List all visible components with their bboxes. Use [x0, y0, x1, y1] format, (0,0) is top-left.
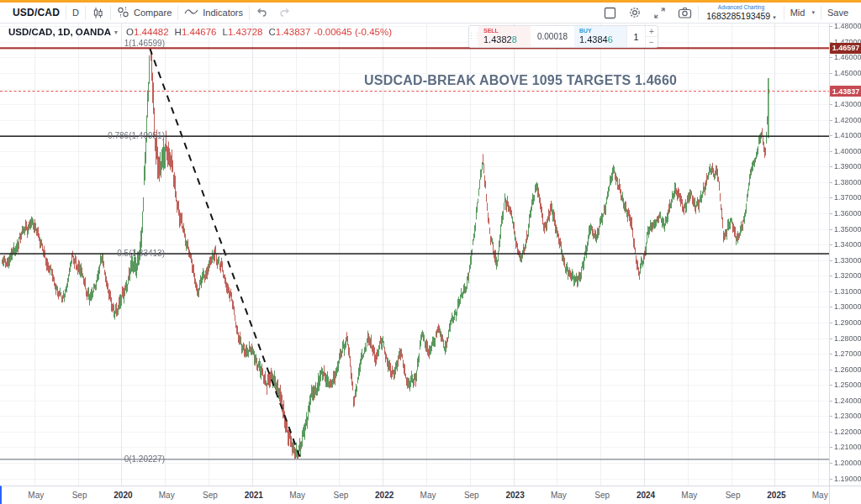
price-axis-tick: 1.43000 — [834, 100, 861, 108]
fullscreen-icon — [653, 7, 666, 19]
price-axis-tick: 1.28000 — [834, 334, 861, 343]
candlestick-icon — [92, 7, 104, 19]
chevron-down-icon: ▾ — [811, 9, 815, 16]
layout-button[interactable] — [598, 3, 622, 23]
time-axis-tick: May — [152, 491, 181, 500]
time-axis-tick: Sep — [588, 491, 616, 500]
chart-id-value: 1683285193459▾ — [706, 12, 775, 21]
order-panel: ⋮⋮ SELL 1.43828 0.00018 BUY 1.43846 1 + … — [468, 25, 658, 48]
drag-handle[interactable]: ⋮⋮ — [469, 26, 478, 47]
time-axis-tick: 2021 — [240, 491, 268, 500]
buy-button[interactable]: BUY 1.43846 — [574, 26, 626, 47]
series-title[interactable]: USD/CAD, 1D, OANDA — [8, 27, 111, 37]
price-axis-tick: 1.29000 — [834, 318, 861, 327]
indicators-icon — [184, 8, 198, 18]
layout-square-icon — [604, 7, 616, 19]
price-axis-tick: 1.34000 — [834, 240, 861, 249]
price-mode-dropdown[interactable]: Mid ▾ — [784, 3, 821, 23]
time-axis-tick: May — [283, 491, 312, 500]
indicators-label: Indicators — [203, 8, 243, 18]
price-axis-tick: 1.36000 — [834, 209, 861, 218]
time-axis-tick: 2024 — [631, 491, 660, 500]
compare-icon — [117, 7, 129, 19]
buy-label: BUY — [579, 28, 621, 34]
price-axis-tick: 1.31000 — [834, 287, 861, 296]
chart-toolbar: USD/CAD D Compare Indicators — [0, 3, 861, 24]
fullscreen-button[interactable] — [647, 3, 672, 23]
time-axis-tick: May — [806, 491, 834, 500]
compare-button[interactable]: Compare — [111, 3, 177, 23]
price-axis-tick: 1.45000 — [834, 69, 861, 77]
camera-icon — [678, 7, 692, 18]
price-axis-tick: 1.22000 — [834, 428, 861, 436]
quantity-stepper: + − — [645, 26, 658, 47]
advanced-charting-label: Advanced Charting — [718, 5, 764, 11]
time-axis-tick: 2022 — [370, 491, 399, 500]
price-axis-tick: 1.46000 — [834, 53, 861, 61]
time-axis-tick: May — [22, 491, 50, 500]
low-value: 1.43728 — [228, 27, 263, 37]
price-axis-tick: 1.30000 — [834, 302, 861, 311]
price-axis-tick: 1.33000 — [834, 256, 861, 265]
open-label: O — [126, 27, 134, 37]
price-axis-tick: 1.40000 — [834, 147, 861, 155]
high-label: H — [175, 27, 182, 37]
price-axis-tick: 1.23000 — [834, 412, 861, 420]
price-axis-tick: 1.42000 — [834, 116, 861, 124]
price-axis-tick: 1.19000 — [834, 475, 861, 483]
price-badge: 1.46597 — [830, 43, 861, 54]
high-value: 1.44676 — [182, 27, 217, 37]
price-axis-tick: 1.37000 — [834, 193, 861, 202]
price-axis-tick: 1.26000 — [834, 365, 861, 374]
time-axis-tick: 2020 — [108, 491, 137, 500]
save-button[interactable]: Save — [821, 3, 854, 23]
time-axis-tick: 2023 — [501, 491, 530, 500]
sell-button[interactable]: SELL 1.43828 — [478, 26, 531, 47]
price-scale[interactable]: 1.480001.470001.460001.450001.440001.430… — [829, 24, 861, 486]
quantity-field[interactable]: 1 — [626, 26, 645, 47]
price-axis-tick: 1.21000 — [834, 443, 861, 451]
gear-icon — [628, 6, 642, 19]
series-legend: USD/CAD, 1D, OANDA ▾ O1.44482 H1.44676 L… — [8, 27, 392, 37]
time-axis-tick: May — [544, 491, 573, 500]
chart-id-dropdown[interactable]: Advanced Charting 1683285193459▾ — [699, 5, 783, 21]
price-chart-canvas[interactable] — [0, 24, 829, 486]
price-axis-tick: 1.27000 — [834, 349, 861, 358]
price-axis-tick: 1.32000 — [834, 271, 861, 280]
close-value: 1.43837 — [276, 27, 311, 37]
symbol-label: USD/CAD — [13, 7, 60, 18]
close-label: C — [268, 27, 275, 37]
chart-style-button[interactable] — [86, 3, 110, 23]
time-scale[interactable]: MaySep2020MaySep2021MaySep2022MaySep2023… — [0, 486, 829, 504]
price-axis-tick: 1.35000 — [834, 225, 861, 234]
undo-icon — [256, 7, 267, 18]
redo-button[interactable] — [273, 3, 297, 23]
interval-button[interactable]: D — [66, 3, 85, 23]
price-axis-tick: 1.38000 — [834, 178, 861, 186]
save-label: Save — [827, 8, 848, 18]
window-accent-strip — [0, 0, 861, 3]
quantity-increase-button[interactable]: + — [646, 26, 658, 37]
time-axis-tick: May — [675, 491, 704, 500]
sell-label: SELL — [483, 28, 526, 34]
toolbar-right-group: Advanced Charting 1683285193459▾ Mid ▾ S… — [598, 3, 854, 23]
time-axis-tick: May — [414, 491, 442, 500]
price-axis-tick: 1.24000 — [834, 396, 861, 405]
chevron-down-icon[interactable]: ▾ — [114, 29, 118, 36]
price-axis-tick: 1.25000 — [834, 381, 861, 389]
snapshot-button[interactable] — [672, 3, 698, 23]
symbol-search-button[interactable]: USD/CAD — [7, 3, 66, 23]
time-axis-tick: Sep — [719, 491, 747, 500]
indicators-button[interactable]: Indicators — [178, 3, 249, 23]
chart-annotation-text[interactable]: USDCAD-BREAK ABOVE 1095 TARGETS 1.4660 — [364, 73, 677, 88]
sell-price: 1.43828 — [483, 34, 526, 45]
redo-icon — [279, 7, 291, 18]
quantity-decrease-button[interactable]: − — [646, 37, 658, 47]
undo-button[interactable] — [250, 3, 273, 23]
price-axis-tick: 1.39000 — [834, 162, 861, 171]
price-axis-tick: 1.20000 — [834, 459, 861, 467]
compare-label: Compare — [134, 8, 172, 18]
settings-button[interactable] — [622, 3, 647, 23]
chevron-down-icon: ▾ — [773, 14, 776, 20]
price-badge: 1.43837 — [830, 86, 861, 97]
